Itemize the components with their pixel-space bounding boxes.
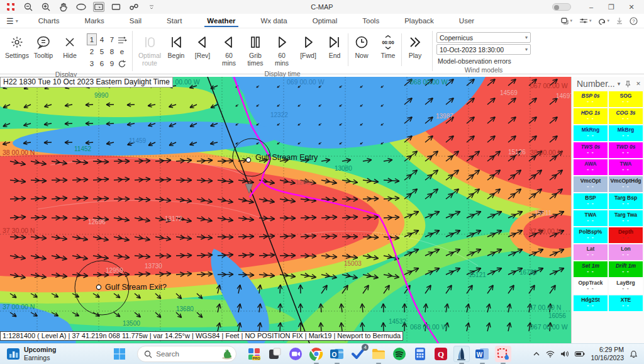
number-box-polbsp-[interactable]: PolBsp%- - bbox=[574, 227, 608, 243]
hamburger-menu-icon[interactable]: ☰ ▾ bbox=[0, 16, 26, 26]
tab-weather[interactable]: Weather bbox=[194, 15, 248, 26]
grib-times-button[interactable]: Grib times bbox=[242, 31, 269, 67]
begin-button[interactable]: Begin bbox=[163, 31, 189, 59]
undo-icon[interactable]: ▾ bbox=[597, 17, 609, 25]
taskbar-app-explorer[interactable] bbox=[370, 346, 387, 362]
settings-button[interactable]: Settings bbox=[4, 31, 30, 59]
number-box-drift-1m[interactable]: Drift 1m- - bbox=[609, 261, 643, 277]
number-box-tws-0s[interactable]: TWS 0s- - bbox=[574, 142, 608, 158]
number-box-vmcopt[interactable]: VmcOpt- - bbox=[574, 176, 608, 192]
swirl-icon[interactable] bbox=[117, 57, 127, 69]
display-key-8[interactable]: 8 bbox=[107, 45, 117, 57]
display-key-5[interactable]: 5 bbox=[97, 45, 107, 57]
number-box-twa[interactable]: TWA- - bbox=[609, 159, 643, 175]
taskbar-app-spotify[interactable] bbox=[391, 346, 408, 362]
weather-map[interactable]: 9990104321145211459123221398714569146971… bbox=[0, 77, 571, 343]
taskbar-app-camera-purple[interactable] bbox=[287, 346, 304, 362]
zoom-out-icon[interactable] bbox=[23, 2, 34, 12]
number-box-set-1m[interactable]: Set 1m- - bbox=[574, 261, 608, 277]
rectangle-icon[interactable] bbox=[111, 2, 122, 12]
taskbar-app-expedition[interactable] bbox=[453, 346, 470, 362]
hide-button[interactable]: Hide bbox=[57, 31, 83, 59]
restore-button[interactable]: ❐ bbox=[602, 1, 620, 13]
taskbar-app-grid-pro[interactable]: PRO bbox=[246, 346, 262, 362]
tab-marks[interactable]: Marks bbox=[72, 15, 117, 26]
tooltip-button[interactable]: Tooltip bbox=[30, 31, 57, 59]
display-key-9[interactable]: 9 bbox=[107, 57, 117, 69]
number-box-lat[interactable]: Lat- - bbox=[574, 244, 608, 260]
link-icon[interactable] bbox=[128, 2, 140, 12]
screen-select-icon[interactable] bbox=[93, 2, 104, 12]
taskbar-app-snip-dark[interactable] bbox=[267, 346, 283, 362]
taskbar-widget[interactable]: UpcomingEarnings bbox=[0, 344, 62, 364]
battery-icon[interactable] bbox=[575, 351, 585, 357]
tab-user[interactable]: User bbox=[447, 15, 487, 26]
end-button[interactable]: End bbox=[321, 31, 348, 59]
display-key-1[interactable]: 1 bbox=[87, 33, 97, 45]
exit-waypoint-dot[interactable] bbox=[96, 285, 101, 289]
tray-chevron-icon[interactable] bbox=[533, 351, 540, 357]
rev-button[interactable]: [Rev] bbox=[189, 31, 216, 59]
number-box-mkbrg[interactable]: MkBrg- - bbox=[609, 125, 643, 141]
taskbar-app-chrome[interactable] bbox=[308, 346, 325, 362]
tab-sail[interactable]: Sail bbox=[117, 15, 154, 26]
model-observation-errors-link[interactable]: Model-observation errors bbox=[436, 56, 531, 65]
number-box-twd-0s[interactable]: TWD 0s- - bbox=[609, 142, 643, 158]
60-mins-button[interactable]: 60 mins bbox=[216, 31, 242, 67]
number-box-opptrack[interactable]: OppTrack- - bbox=[574, 278, 608, 294]
number-box-targ-bsp[interactable]: Targ Bsp- - bbox=[609, 193, 643, 209]
model-datetime-select[interactable]: 10-Oct-2023 18:30:00▾ bbox=[436, 44, 531, 55]
tab-tools[interactable]: Tools bbox=[350, 15, 392, 26]
taskbar-app-outlook[interactable]: O bbox=[329, 346, 345, 362]
tab-charts[interactable]: Charts bbox=[26, 15, 72, 26]
entry-waypoint-dot[interactable] bbox=[246, 157, 250, 162]
wifi-icon[interactable] bbox=[546, 350, 555, 358]
number-box-twa[interactable]: TWA- - bbox=[574, 210, 608, 226]
windows-start-button[interactable] bbox=[111, 346, 128, 362]
help-icon[interactable]: ? bbox=[630, 17, 638, 25]
number-box-targ-twa[interactable]: Targ Twa- - bbox=[609, 210, 643, 226]
tab-start[interactable]: Start bbox=[154, 15, 194, 26]
number-box-hdg-1s[interactable]: HDG 1s- - bbox=[574, 108, 608, 124]
number-box-depth[interactable]: Depth- - bbox=[609, 227, 643, 243]
fwd-button[interactable]: [Fwd] bbox=[295, 31, 321, 59]
display-key-3[interactable]: 3 bbox=[87, 57, 97, 69]
tab-wx-data[interactable]: Wx data bbox=[248, 15, 300, 26]
number-box-awa[interactable]: AWA- - bbox=[574, 159, 608, 175]
minimize-button[interactable]: – bbox=[582, 1, 600, 13]
number-box-xte[interactable]: XTE- - bbox=[609, 295, 643, 311]
wind-icon[interactable] bbox=[117, 33, 127, 45]
pin-icon[interactable] bbox=[623, 81, 633, 88]
number-box-vmcopthdg[interactable]: VmcOptHdg- - bbox=[609, 176, 643, 192]
display-key-4[interactable]: 4 bbox=[97, 33, 107, 45]
caret-down-icon[interactable] bbox=[146, 2, 157, 12]
number-box-laybrg[interactable]: LayBrg- - bbox=[609, 278, 643, 294]
tab-optimal[interactable]: Optimal bbox=[300, 15, 350, 26]
toggle-switch[interactable] bbox=[552, 3, 571, 11]
display-key-e[interactable]: e bbox=[117, 45, 127, 57]
now-button[interactable]: Now bbox=[348, 31, 375, 59]
number-box-hdg2st[interactable]: Hdg2St- - bbox=[574, 295, 608, 311]
search-input[interactable]: Search bbox=[137, 346, 236, 362]
download-icon[interactable] bbox=[616, 17, 623, 25]
number-box-bsp-0s[interactable]: BSP 0s- - bbox=[574, 91, 608, 107]
wind-weather-chart[interactable]: 9990104321145211459123221398714569146971… bbox=[0, 77, 571, 343]
display-key-7[interactable]: 7 bbox=[107, 33, 117, 45]
notification-bell-icon[interactable] bbox=[630, 350, 638, 358]
panel-close-icon[interactable]: ✕ bbox=[633, 81, 643, 87]
taskbar-clock[interactable]: 6:29 PM 10/16/2023 bbox=[591, 346, 624, 361]
oval-shape-icon[interactable] bbox=[75, 2, 87, 12]
number-box-lon[interactable]: Lon- - bbox=[609, 244, 643, 260]
time-button[interactable]: 00:00Time bbox=[375, 31, 401, 59]
layers-icon[interactable]: ▾ bbox=[560, 17, 572, 25]
panel-dropdown-icon[interactable]: ▾ bbox=[615, 81, 623, 87]
taskbar-app-cmap[interactable] bbox=[495, 346, 511, 362]
play-button[interactable]: Play bbox=[402, 31, 428, 59]
tab-playback[interactable]: Playback bbox=[392, 15, 447, 26]
number-box-cog-3s[interactable]: COG 3s- - bbox=[609, 108, 643, 124]
number-box-sog[interactable]: SOG- - bbox=[609, 91, 643, 107]
taskbar-app-quicken[interactable]: Q bbox=[433, 346, 449, 362]
close-button[interactable]: ✕ bbox=[623, 1, 640, 13]
number-box-mkrng[interactable]: MkRng- - bbox=[574, 125, 608, 141]
taskbar-app-word[interactable]: W bbox=[474, 346, 491, 362]
